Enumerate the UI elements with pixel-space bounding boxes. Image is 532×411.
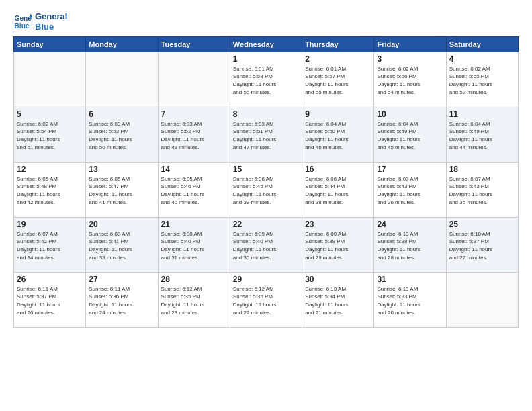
day-number: 11 (449, 109, 515, 119)
day-info-line: Daylight: 11 hours (377, 301, 443, 309)
day-info-line: and 24 minutes. (89, 309, 154, 317)
day-info-line: and 46 minutes. (305, 144, 371, 152)
day-info-line: and 56 minutes. (233, 89, 299, 97)
day-info-line: and 22 minutes. (233, 309, 299, 317)
day-number: 10 (377, 109, 443, 119)
day-number: 29 (233, 275, 299, 284)
day-info-line: and 47 minutes. (233, 144, 299, 152)
day-info-line: and 50 minutes. (89, 144, 154, 152)
day-info-line: Sunrise: 6:09 AM (305, 230, 371, 238)
day-info-line: Sunset: 5:48 PM (17, 183, 83, 191)
calendar-day-15: 15Sunrise: 6:06 AMSunset: 5:45 PMDayligh… (230, 162, 302, 217)
day-number: 27 (89, 275, 154, 284)
day-number: 2 (305, 54, 371, 64)
day-info-line: Sunrise: 6:02 AM (377, 65, 443, 73)
day-info-line: Sunset: 5:51 PM (233, 128, 299, 136)
day-info-line: and 36 minutes. (377, 199, 443, 207)
day-info-line: and 29 minutes. (305, 254, 371, 262)
col-header-tuesday: Tuesday (158, 36, 230, 52)
calendar-week-3: 12Sunrise: 6:05 AMSunset: 5:48 PMDayligh… (14, 162, 519, 217)
calendar-day-8: 8Sunrise: 6:03 AMSunset: 5:51 PMDaylight… (230, 107, 302, 162)
day-info-line: Sunrise: 6:07 AM (377, 175, 443, 183)
calendar-day-4: 4Sunrise: 6:02 AMSunset: 5:55 PMDaylight… (446, 52, 518, 107)
calendar-table: SundayMondayTuesdayWednesdayThursdayFrid… (13, 36, 519, 328)
day-info-line: Sunrise: 6:12 AM (233, 285, 299, 293)
day-number: 25 (449, 220, 515, 229)
day-info-line: Daylight: 11 hours (233, 191, 299, 199)
day-info-line: Sunrise: 6:09 AM (233, 230, 299, 238)
day-info-line: Sunrise: 6:01 AM (305, 65, 371, 73)
day-info-line: Daylight: 11 hours (233, 246, 299, 254)
calendar-day-20: 20Sunrise: 6:08 AMSunset: 5:41 PMDayligh… (86, 217, 158, 272)
day-info-line: Sunset: 5:47 PM (89, 183, 154, 191)
header: General Blue General Blue (13, 12, 519, 32)
day-info-line: Sunset: 5:41 PM (89, 238, 154, 246)
day-number: 31 (377, 275, 443, 284)
day-number: 28 (161, 275, 227, 284)
day-info-line: Sunrise: 6:06 AM (233, 175, 299, 183)
day-number: 16 (305, 165, 371, 174)
day-info-line: Sunrise: 6:05 AM (89, 175, 154, 183)
day-info-line: Sunset: 5:53 PM (89, 128, 154, 136)
day-info-line: Sunset: 5:57 PM (305, 73, 371, 81)
day-info-line: Daylight: 11 hours (17, 136, 83, 144)
day-number: 5 (17, 109, 83, 119)
day-number: 12 (17, 165, 83, 174)
calendar-day-6: 6Sunrise: 6:03 AMSunset: 5:53 PMDaylight… (86, 107, 158, 162)
day-info-line: and 52 minutes. (449, 89, 515, 97)
day-number: 17 (377, 165, 443, 174)
day-info-line: and 27 minutes. (449, 254, 515, 262)
day-number: 24 (377, 220, 443, 229)
day-number: 23 (305, 220, 371, 229)
day-info-line: Daylight: 11 hours (377, 81, 443, 89)
day-info-line: Daylight: 11 hours (377, 136, 443, 144)
logo-text-blue: Blue (35, 22, 67, 32)
calendar-day-29: 29Sunrise: 6:12 AMSunset: 5:35 PMDayligh… (230, 272, 302, 327)
day-info-line: Sunrise: 6:03 AM (161, 120, 227, 128)
day-info-line: and 44 minutes. (449, 144, 515, 152)
calendar-header-row: SundayMondayTuesdayWednesdayThursdayFrid… (14, 36, 519, 52)
day-number: 3 (377, 54, 443, 64)
calendar-day-11: 11Sunrise: 6:04 AMSunset: 5:49 PMDayligh… (446, 107, 518, 162)
day-number: 7 (161, 109, 227, 119)
calendar-day-3: 3Sunrise: 6:02 AMSunset: 5:56 PMDaylight… (374, 52, 446, 107)
day-info-line: Sunset: 5:36 PM (89, 293, 154, 301)
calendar-day-22: 22Sunrise: 6:09 AMSunset: 5:40 PMDayligh… (230, 217, 302, 272)
day-info-line: Daylight: 11 hours (449, 136, 515, 144)
day-number: 22 (233, 220, 299, 229)
day-info-line: and 26 minutes. (17, 309, 83, 317)
day-info-line: Daylight: 11 hours (161, 301, 227, 309)
day-info-line: Daylight: 11 hours (161, 136, 227, 144)
day-info-line: Daylight: 11 hours (161, 246, 227, 254)
day-info-line: Sunset: 5:33 PM (377, 293, 443, 301)
day-info-line: and 23 minutes. (161, 309, 227, 317)
calendar-day-23: 23Sunrise: 6:09 AMSunset: 5:39 PMDayligh… (302, 217, 374, 272)
day-info-line: Daylight: 11 hours (305, 246, 371, 254)
day-info-line: Sunrise: 6:08 AM (89, 230, 154, 238)
col-header-wednesday: Wednesday (230, 36, 302, 52)
day-info-line: and 49 minutes. (161, 144, 227, 152)
calendar-day-14: 14Sunrise: 6:05 AMSunset: 5:46 PMDayligh… (158, 162, 230, 217)
calendar-day-7: 7Sunrise: 6:03 AMSunset: 5:52 PMDaylight… (158, 107, 230, 162)
day-info-line: Sunset: 5:46 PM (161, 183, 227, 191)
day-info-line: and 40 minutes. (161, 199, 227, 207)
day-info-line: Sunrise: 6:05 AM (161, 175, 227, 183)
calendar-day-16: 16Sunrise: 6:06 AMSunset: 5:44 PMDayligh… (302, 162, 374, 217)
day-info-line: Sunrise: 6:03 AM (233, 120, 299, 128)
day-number: 6 (89, 109, 154, 119)
day-info-line: Daylight: 11 hours (449, 191, 515, 199)
day-info-line: Daylight: 11 hours (449, 81, 515, 89)
day-number: 4 (449, 54, 515, 64)
page: General Blue General Blue SundayMondayTu… (0, 0, 532, 411)
logo: General Blue General Blue (13, 12, 67, 32)
day-info-line: Daylight: 11 hours (305, 136, 371, 144)
day-info-line: Sunrise: 6:10 AM (449, 230, 515, 238)
day-info-line: Daylight: 11 hours (233, 81, 299, 89)
day-info-line: Sunset: 5:40 PM (233, 238, 299, 246)
day-info-line: Sunset: 5:52 PM (161, 128, 227, 136)
day-info-line: Sunset: 5:56 PM (377, 73, 443, 81)
day-info-line: Daylight: 11 hours (377, 191, 443, 199)
day-info-line: Sunrise: 6:02 AM (449, 65, 515, 73)
day-info-line: Sunrise: 6:02 AM (17, 120, 83, 128)
calendar-empty-cell (86, 52, 158, 107)
